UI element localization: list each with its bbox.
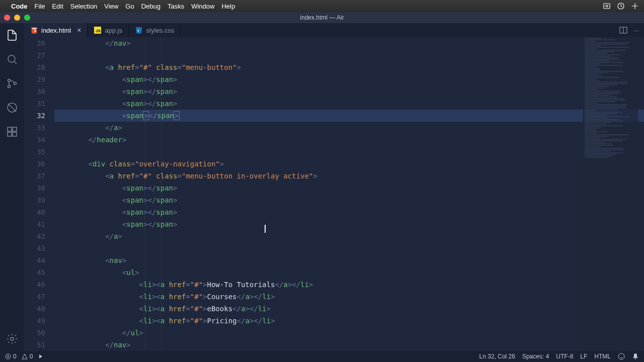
more-actions-icon[interactable]: ··· xyxy=(633,27,639,34)
mac-menu-tasks[interactable]: Tasks xyxy=(168,3,184,10)
warning-count: 0 xyxy=(30,353,33,360)
mac-menu-selection[interactable]: Selection xyxy=(70,3,97,10)
mac-menu-window[interactable]: Window xyxy=(191,3,214,10)
traffic-lights xyxy=(4,15,30,21)
svg-text:JS: JS xyxy=(96,29,101,33)
status-bell-icon[interactable] xyxy=(632,353,639,360)
svg-rect-8 xyxy=(8,127,12,131)
split-editor-icon[interactable] xyxy=(619,26,627,34)
tray-icon[interactable] xyxy=(631,2,639,10)
svg-rect-9 xyxy=(13,127,17,131)
tab-styles-css[interactable]: 3 styles.css xyxy=(129,23,181,37)
editor-area: index.html × JS app.js 3 styles.css ··· xyxy=(24,23,644,351)
status-cursor[interactable]: Ln 32, Col 26 xyxy=(479,353,515,360)
status-errors[interactable]: 0 xyxy=(5,353,17,360)
tray-icon[interactable] xyxy=(603,2,611,10)
svg-point-12 xyxy=(11,337,14,340)
js-icon: JS xyxy=(94,26,102,34)
status-language[interactable]: HTML xyxy=(594,353,611,360)
html5-icon xyxy=(30,26,38,34)
error-count: 0 xyxy=(13,353,17,360)
mac-menu-go[interactable]: Go xyxy=(125,3,134,10)
window-title: index.html — Air xyxy=(300,14,344,21)
minimize-window-button[interactable] xyxy=(14,15,20,21)
mac-menu-file[interactable]: File xyxy=(35,3,45,10)
mac-app-name[interactable]: Code xyxy=(11,3,28,10)
editor-body[interactable]: 2627282930313233343536373839404142434445… xyxy=(24,37,644,351)
mac-menu-debug[interactable]: Debug xyxy=(141,3,160,10)
status-eol[interactable]: LF xyxy=(580,353,587,360)
tab-index-html[interactable]: index.html × xyxy=(24,23,88,37)
close-icon[interactable]: × xyxy=(77,26,81,34)
activity-bar xyxy=(0,23,24,351)
status-feedback-icon[interactable] xyxy=(618,353,625,360)
mac-menu-help[interactable]: Help xyxy=(221,3,235,10)
svg-point-4 xyxy=(8,79,11,82)
workbench: index.html × JS app.js 3 styles.css ··· xyxy=(0,23,644,351)
settings-gear-icon[interactable] xyxy=(5,332,19,346)
debug-icon[interactable] xyxy=(5,101,19,115)
mac-menu-edit[interactable]: Edit xyxy=(52,3,63,10)
svg-rect-11 xyxy=(13,132,17,136)
explorer-icon[interactable] xyxy=(5,28,19,42)
svg-point-18 xyxy=(618,353,624,359)
close-window-button[interactable] xyxy=(4,15,10,21)
tray-icon[interactable] xyxy=(617,2,625,10)
window-titlebar: index.html — Air xyxy=(0,12,644,23)
css-icon: 3 xyxy=(135,26,143,34)
svg-rect-0 xyxy=(604,4,610,9)
status-encoding[interactable]: UTF-8 xyxy=(556,353,573,360)
tab-label: app.js xyxy=(105,27,122,34)
svg-point-3 xyxy=(8,55,15,62)
line-gutter: 2627282930313233343536373839404142434445… xyxy=(24,37,54,351)
extensions-icon[interactable] xyxy=(5,125,19,139)
maximize-window-button[interactable] xyxy=(24,15,30,21)
tab-app-js[interactable]: JS app.js xyxy=(88,23,129,37)
code-content[interactable]: </nav> <a href="#" class="menu-button"> … xyxy=(54,37,644,351)
svg-point-5 xyxy=(8,85,11,88)
tab-label: styles.css xyxy=(146,27,174,34)
status-warnings[interactable]: 0 xyxy=(22,353,33,360)
scm-icon[interactable] xyxy=(5,76,19,90)
tab-bar: index.html × JS app.js 3 styles.css ··· xyxy=(24,23,644,37)
search-icon[interactable] xyxy=(5,52,19,66)
mac-menubar: Code File Edit Selection View Go Debug T… xyxy=(0,0,644,12)
status-port-icon[interactable] xyxy=(38,353,44,359)
svg-point-1 xyxy=(606,5,608,7)
status-bar: 0 0 Ln 32, Col 26 Spaces: 4 UTF-8 LF HTM… xyxy=(0,351,644,362)
mac-menu-view[interactable]: View xyxy=(104,3,118,10)
tab-actions: ··· xyxy=(614,23,644,37)
status-indent[interactable]: Spaces: 4 xyxy=(522,353,549,360)
svg-rect-10 xyxy=(8,132,12,136)
tab-label: index.html xyxy=(41,27,71,34)
